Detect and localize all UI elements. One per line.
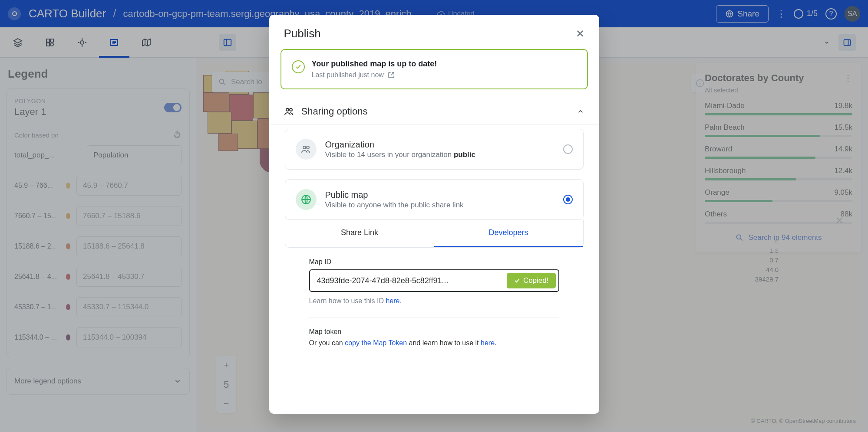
public-map-option[interactable]: Public map Visible to anyone with the pu… [285,179,584,220]
token-learn-link[interactable]: here [481,339,495,347]
sharing-option-list: Organization Visible to 14 users in your… [269,124,599,347]
map-id-help: Learn how to use this ID here. [309,297,559,305]
copy-button[interactable]: Copied! [507,273,556,288]
option-title: Organization [325,140,475,150]
map-token-label: Map token [309,328,559,336]
developers-panel: Map ID 43d93fde-2074-47d8-82e8-5c82ff91.… [285,248,584,347]
option-title: Public map [325,190,464,200]
copy-token-link[interactable]: copy the Map Token [345,339,407,347]
status-subtitle: Last published just now [312,71,384,79]
modal-title: Publish [284,27,321,40]
publish-status-card: Your published map is up to date! Last p… [281,49,588,89]
status-title: Your published map is up to date! [312,59,437,69]
publish-modal: Publish ✕ Your published map is up to da… [269,15,599,414]
check-icon [514,277,521,284]
radio-selected[interactable] [563,195,573,204]
section-title: Sharing options [301,106,368,117]
copy-label: Copied! [523,276,549,285]
globe-icon [296,189,317,210]
org-icon [296,139,317,160]
open-external-icon[interactable] [387,71,395,79]
map-token-help: Or you can copy the Map Token and learn … [309,339,559,347]
map-id-field: 43d93fde-2074-47d8-82e8-5c82ff91... Copi… [309,269,559,292]
tab-share-link[interactable]: Share Link [285,219,434,247]
chevron-up-icon [577,108,584,115]
radio-unselected[interactable] [563,144,573,154]
map-id-value[interactable]: 43d93fde-2074-47d8-82e8-5c82ff91... [317,276,502,285]
share-tabs: Share Link Developers [285,219,584,248]
option-subtitle: Visible to anyone with the public share … [325,201,464,209]
check-circle-icon [292,60,305,73]
sharing-options-header[interactable]: Sharing options [269,89,599,124]
learn-link[interactable]: here [386,297,399,304]
divider [309,317,559,317]
people-icon [284,106,294,117]
map-id-label: Map ID [309,258,559,266]
organization-option[interactable]: Organization Visible to 14 users in your… [285,129,584,170]
modal-overlay[interactable]: Publish ✕ Your published map is up to da… [0,0,868,432]
modal-close-button[interactable]: ✕ [576,28,584,40]
tab-developers[interactable]: Developers [434,219,583,247]
option-subtitle: Visible to 14 users in your organization… [325,151,475,159]
